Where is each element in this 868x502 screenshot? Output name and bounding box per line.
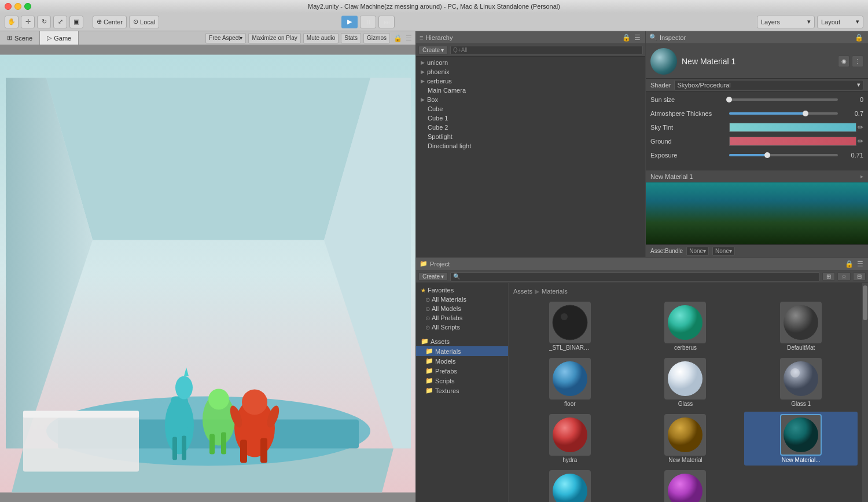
materials-grid: _STL_BINARY...	[511, 299, 860, 502]
textures-folder[interactable]: 📁 Textures	[416, 386, 508, 395]
hierarchy-item[interactable]: ▶ cerberus	[416, 76, 645, 86]
project-toggle-btn[interactable]: ⊟	[853, 272, 866, 281]
hierarchy-menu-btn[interactable]: ☰	[633, 34, 642, 42]
tab-scene[interactable]: ⊞ Scene	[0, 31, 40, 45]
hierarchy-item[interactable]: Cube	[416, 104, 645, 113]
hierarchy-item[interactable]: Directional light	[416, 141, 645, 151]
all-models-item[interactable]: ⊙ All Models	[416, 304, 508, 313]
project-menu-btn[interactable]: ☰	[856, 260, 865, 268]
material-bottom-preview: New Material 1 ▸ AssetBundle None ▾	[646, 170, 868, 257]
scale-tool[interactable]: ⤢	[53, 16, 67, 28]
material-item-hydra[interactable]: hydra	[513, 412, 627, 466]
local-button[interactable]: ⊙ Local	[129, 16, 159, 28]
material-item-new-material-1[interactable]: New Material...	[744, 412, 858, 466]
svg-point-16	[208, 389, 229, 410]
move-tool[interactable]: ✛	[21, 16, 35, 28]
center-icon: ⊕	[97, 18, 102, 25]
sun-size-slider[interactable]	[729, 98, 838, 101]
panel-lock-btn[interactable]: 🔒	[392, 34, 403, 42]
shader-label: Shader	[650, 82, 671, 89]
gizmos-btn[interactable]: Gizmos	[363, 33, 390, 43]
mute-audio-btn[interactable]: Mute audio	[303, 33, 339, 43]
play-button[interactable]: ▶	[341, 16, 358, 28]
ground-edit-btn[interactable]: ✏	[858, 137, 863, 145]
project-files-area: Assets ▶ Materials _STL_BI	[509, 283, 862, 502]
folder-icon: 📁	[425, 387, 433, 394]
all-prefabs-item[interactable]: ⊙ All Prefabs	[416, 313, 508, 323]
material-item-unicorn-horn[interactable]: unicorn horn	[629, 468, 742, 502]
files-scrollbar[interactable]	[862, 283, 868, 502]
material-item-new-material[interactable]: New Material	[629, 412, 742, 466]
chevron-down-icon: ▾	[441, 47, 444, 53]
project-icon: 📁	[420, 260, 428, 268]
maximize-button[interactable]	[24, 3, 31, 10]
hierarchy-item[interactable]: Cube 1	[416, 113, 645, 123]
atmosphere-slider[interactable]	[729, 112, 838, 115]
hierarchy-item[interactable]: ▶ phoenix	[416, 67, 645, 76]
project-col-btn[interactable]: ⊞	[822, 272, 835, 281]
search-icon: ⊙	[425, 315, 430, 321]
layers-dropdown[interactable]: Layers ▾	[757, 16, 815, 28]
prefabs-folder[interactable]: 📁 Prefabs	[416, 366, 508, 376]
project-search-input[interactable]	[450, 272, 820, 281]
material-item-floor[interactable]: floor	[513, 356, 627, 409]
material-item-stl[interactable]: _STL_BINARY...	[513, 299, 627, 353]
maximize-play-btn[interactable]: Maximize on Play	[248, 33, 300, 43]
project-star-btn[interactable]: ☆	[837, 272, 851, 281]
inspector-lock-btn[interactable]: 🔒	[854, 34, 865, 42]
stats-btn[interactable]: Stats	[341, 33, 361, 43]
scene-view[interactable]	[0, 45, 415, 502]
hierarchy-item[interactable]: Cube 2	[416, 123, 645, 132]
asset-bundle-dropdown[interactable]: None ▾	[686, 247, 709, 256]
material-item-defaultmat[interactable]: DefaultMat	[744, 299, 858, 353]
exposure-slider[interactable]	[729, 154, 838, 156]
scripts-folder[interactable]: 📁 Scripts	[416, 376, 508, 386]
minimize-button[interactable]	[14, 3, 21, 10]
hierarchy-item-main-camera[interactable]: Main Camera	[416, 86, 645, 95]
sky-tint-color[interactable]	[729, 123, 856, 132]
rect-tool[interactable]: ▣	[69, 16, 83, 28]
tab-game[interactable]: ▷ Game	[40, 31, 79, 45]
material-action-btn2[interactable]: ⋮	[852, 56, 863, 67]
center-button[interactable]: ⊕ Center	[93, 16, 127, 28]
asset-variant-dropdown[interactable]: None ▾	[712, 247, 735, 256]
panel-menu-btn[interactable]: ☰	[404, 34, 413, 42]
asset-bundle-bar: AssetBundle None ▾ None ▾	[646, 244, 868, 257]
all-materials-item[interactable]: ⊙ All Materials	[416, 295, 508, 304]
material-item-glass1[interactable]: Glass 1	[744, 356, 858, 409]
close-button[interactable]	[5, 3, 12, 10]
material-item-cerberus[interactable]: cerberus	[629, 299, 742, 353]
layout-dropdown[interactable]: Layout ▾	[817, 16, 863, 28]
models-folder[interactable]: 📁 Models	[416, 356, 508, 366]
all-scripts-item[interactable]: ⊙ All Scripts	[416, 323, 508, 332]
sky-tint-edit-btn[interactable]: ✏	[858, 123, 863, 131]
material-item-unicorn[interactable]: unicorn	[513, 468, 627, 502]
hierarchy-lock-btn[interactable]: 🔒	[621, 34, 632, 42]
material-item-glass[interactable]: Glass	[629, 356, 742, 409]
project-panel: 📁 Project 🔒 ☰ Create ▾ ⊞	[415, 258, 868, 502]
materials-folder[interactable]: 📁 Materials	[416, 346, 508, 356]
aspect-dropdown[interactable]: Free Aspect ▾	[205, 33, 246, 43]
hand-tool[interactable]: ✋	[5, 16, 19, 28]
svg-point-27	[561, 313, 568, 320]
shader-dropdown[interactable]: Skybox/Procedural ▾	[674, 80, 863, 90]
ground-color[interactable]	[729, 137, 856, 146]
scene-icon: ⊞	[7, 34, 12, 42]
pause-button[interactable]: ⏸	[360, 16, 376, 28]
material-action-btn1[interactable]: ◉	[838, 56, 849, 67]
step-button[interactable]: ⏭	[378, 16, 395, 28]
project-create-btn[interactable]: Create ▾	[418, 272, 448, 281]
folder-icon: 📁	[425, 377, 433, 384]
svg-point-20	[242, 390, 267, 415]
preview-title-bar: New Material 1 ▸	[646, 171, 868, 182]
hierarchy-item[interactable]: ▶ Box	[416, 95, 645, 104]
hierarchy-item[interactable]: ▶ unicorn	[416, 58, 645, 67]
rotate-tool[interactable]: ↻	[37, 16, 51, 28]
hierarchy-search[interactable]	[450, 46, 643, 55]
favorites-folder[interactable]: ★ Favorites	[416, 285, 508, 295]
hierarchy-create-btn[interactable]: Create ▾	[418, 46, 448, 54]
svg-rect-21	[240, 440, 247, 463]
project-lock-btn[interactable]: 🔒	[844, 260, 855, 268]
assets-folder[interactable]: 📁 Assets	[416, 336, 508, 346]
hierarchy-item[interactable]: Spotlight	[416, 132, 645, 141]
